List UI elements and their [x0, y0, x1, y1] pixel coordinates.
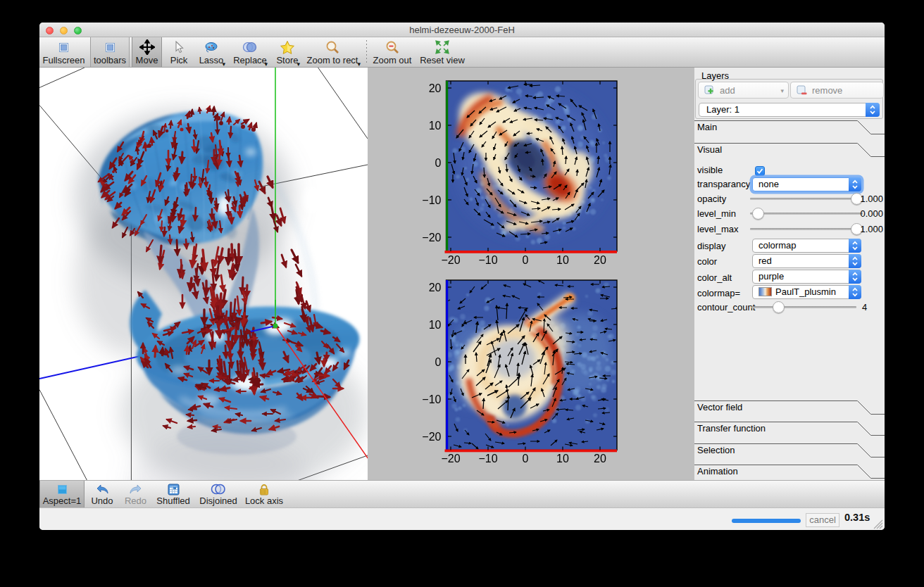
- svg-text:0: 0: [523, 453, 529, 465]
- svg-text:20: 20: [429, 82, 442, 94]
- svg-text:−10: −10: [478, 254, 497, 266]
- svg-text:−20: −20: [422, 232, 441, 244]
- svg-text:20: 20: [594, 254, 606, 266]
- svg-text:−20: −20: [441, 254, 460, 266]
- svg-text:20: 20: [594, 453, 606, 465]
- svg-text:−10: −10: [422, 194, 441, 206]
- svg-text:20: 20: [429, 282, 442, 294]
- svg-text:−10: −10: [422, 393, 441, 405]
- svg-text:10: 10: [429, 319, 442, 331]
- svg-text:10: 10: [429, 120, 442, 132]
- svg-text:0: 0: [435, 356, 442, 368]
- svg-text:10: 10: [556, 254, 569, 266]
- svg-text:−10: −10: [478, 453, 497, 465]
- svg-text:−20: −20: [441, 453, 460, 465]
- svg-text:0: 0: [435, 157, 442, 169]
- svg-text:0: 0: [523, 254, 529, 266]
- svg-text:−20: −20: [422, 431, 441, 443]
- svg-text:10: 10: [556, 453, 569, 465]
